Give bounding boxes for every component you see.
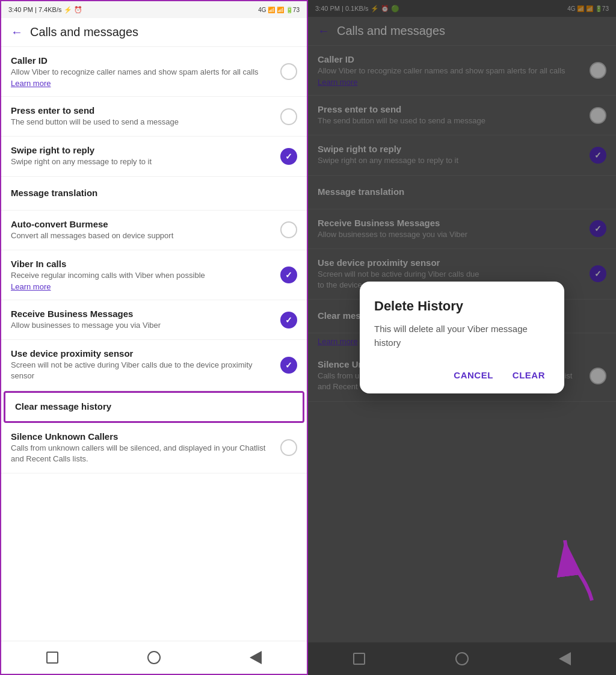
delete-history-dialog: Delete History This will delete all your… [360,282,564,393]
nav-bar-left [1,641,307,674]
dialog-message: This will delete all your Viber message … [374,322,550,350]
status-icons-left: 4G 📶 📶 🔋73 [258,7,300,13]
nav-circle-left[interactable] [146,650,162,665]
toggle-press-enter-left[interactable] [280,108,297,125]
dialog-title: Delete History [374,298,550,314]
page-title-left: Calls and messages [30,25,138,39]
settings-item-msg-translation-left: Message translation [1,177,307,211]
item-text-press-enter-left: Press enter to send The send button will… [11,105,276,128]
item-title-press-enter-left: Press enter to send [11,105,276,116]
clear-button[interactable]: CLEAR [508,366,550,384]
status-bar-left: 3:40 PM | 7.4KB/s ⚡ ⏰ 4G 📶 📶 🔋73 [1,1,307,18]
arrow-indicator [556,528,604,609]
item-desc-caller-id-left: Allow Viber to recognize caller names an… [11,67,276,78]
item-desc-press-enter-left: The send button will be used to send a m… [11,117,276,128]
item-text-clear-history-left: Clear message history [15,401,293,413]
settings-item-press-enter-left: Press enter to send The send button will… [1,97,307,137]
item-text-business-msg-left: Receive Business Messages Allow business… [11,309,276,331]
settings-item-business-msg-left: Receive Business Messages Allow business… [1,300,307,340]
nav-triangle-left[interactable] [248,650,263,665]
item-title-swipe-reply-left: Swipe right to reply [11,145,276,155]
status-time-left: 3:40 PM | 7.4KB/s ⚡ ⏰ [8,6,82,14]
toggle-caller-id-left[interactable] [280,63,297,80]
item-text-silence-callers-left: Silence Unknown Callers Calls from unkno… [11,431,276,464]
item-desc-proximity-left: Screen will not be active during Viber c… [11,360,276,381]
item-desc-business-msg-left: Allow businesses to message you via Vibe… [11,320,276,331]
left-screen: 3:40 PM | 7.4KB/s ⚡ ⏰ 4G 📶 📶 🔋73 ← Calls… [0,0,308,675]
toggle-business-msg-left[interactable] [280,312,297,328]
header-left: ← Calls and messages [1,18,307,47]
item-title-msg-translation-left: Message translation [11,188,297,198]
item-title-auto-convert-left: Auto-convert Burmese [11,219,276,229]
nav-square-left[interactable] [45,650,60,665]
settings-item-silence-callers-left: Silence Unknown Callers Calls from unkno… [1,423,307,473]
item-title-silence-callers-left: Silence Unknown Callers [11,431,276,442]
settings-item-auto-convert-left: Auto-convert Burmese Convert all message… [1,211,307,250]
item-text-proximity-left: Use device proximity sensor Screen will … [11,348,276,381]
right-screen: 3:40 PM | 0.1KB/s ⚡ ⏰ 🟢 4G 📶 📶 🔋73 ← Cal… [308,0,616,675]
settings-item-swipe-reply-left: Swipe right to reply Swipe right on any … [1,137,307,176]
settings-list-left: Caller ID Allow Viber to recognize calle… [1,47,307,641]
cancel-button[interactable]: CANCEL [449,366,498,384]
item-title-caller-id-left: Caller ID [11,55,276,66]
toggle-auto-convert-left[interactable] [280,221,297,238]
item-text-viber-calls-left: Viber In calls Receive regular incoming … [11,259,276,291]
settings-item-caller-id-left: Caller ID Allow Viber to recognize calle… [1,47,307,97]
item-title-proximity-left: Use device proximity sensor [11,348,276,359]
item-title-business-msg-left: Receive Business Messages [11,309,276,319]
item-text-caller-id-left: Caller ID Allow Viber to recognize calle… [11,55,276,88]
item-desc-swipe-reply-left: Swipe right on any message to reply to i… [11,156,276,167]
back-button-left[interactable]: ← [11,25,23,39]
item-text-auto-convert-left: Auto-convert Burmese Convert all message… [11,219,276,241]
settings-item-viber-calls-left: Viber In calls Receive regular incoming … [1,250,307,300]
learn-more-caller-id-left[interactable]: Learn more [11,79,276,88]
item-title-viber-calls-left: Viber In calls [11,259,276,269]
item-text-swipe-reply-left: Swipe right to reply Swipe right on any … [11,145,276,167]
item-desc-silence-callers-left: Calls from unknown callers will be silen… [11,443,276,464]
settings-item-clear-history-left[interactable]: Clear message history [4,391,304,423]
item-desc-auto-convert-left: Convert all messages based on device sup… [11,230,276,241]
item-title-clear-history-left: Clear message history [15,401,293,411]
settings-item-proximity-left: Use device proximity sensor Screen will … [1,340,307,390]
toggle-swipe-reply-left[interactable] [280,148,297,165]
screens-container: 3:40 PM | 7.4KB/s ⚡ ⏰ 4G 📶 📶 🔋73 ← Calls… [0,0,616,675]
learn-more-viber-calls-left[interactable]: Learn more [11,282,276,291]
toggle-proximity-left[interactable] [280,357,297,374]
toggle-silence-callers-left[interactable] [280,439,297,456]
dialog-buttons: CANCEL CLEAR [374,366,550,384]
item-desc-viber-calls-left: Receive regular incoming calls with Vibe… [11,270,276,281]
toggle-viber-calls-left[interactable] [280,267,297,283]
